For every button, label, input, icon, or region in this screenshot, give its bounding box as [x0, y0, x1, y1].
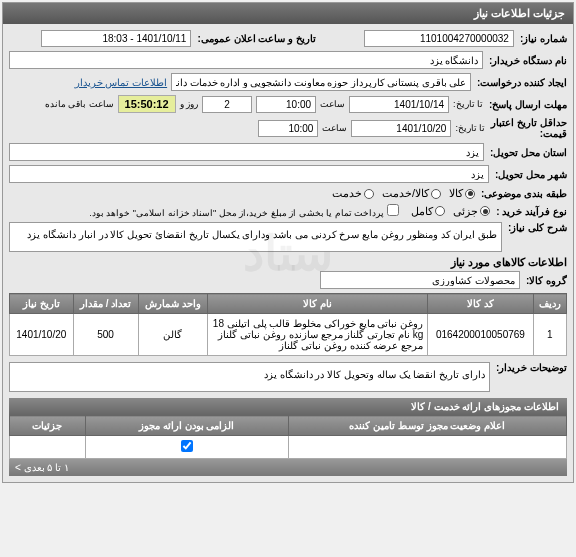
province-input[interactable] — [9, 143, 484, 161]
th-row: ردیف — [533, 294, 566, 314]
row-buyer-notes: توضیحات خریدار: دارای تاریخ انقضا یک سال… — [9, 362, 567, 392]
row-need-number: شماره نیاز: 1101004270000032 تاریخ و ساع… — [9, 30, 567, 47]
radio-dot-icon — [431, 189, 441, 199]
need-details-panel: جزئیات اطلاعات نیاز ستاد شماره نیاز: 110… — [2, 2, 574, 483]
items-header: اطلاعات کالاهای مورد نیاز — [9, 256, 567, 269]
countdown-timer: 15:50:12 — [118, 95, 176, 113]
goods-group-label: گروه کالا: — [526, 275, 567, 286]
public-date-value: 1401/10/11 - 18:03 — [41, 30, 191, 47]
radio-service-goods[interactable]: کالا/خدمت — [382, 187, 441, 200]
th-permit-required: الزامی بودن ارائه مجوز — [85, 416, 288, 436]
th-code: کد کالا — [428, 294, 533, 314]
buyer-input[interactable] — [9, 51, 483, 69]
deadline-date: 1401/10/14 — [349, 96, 449, 113]
need-number-value: 1101004270000032 — [364, 30, 514, 47]
cell-code: 0164200010050769 — [428, 314, 533, 356]
purchase-type-label: نوع فرآیند خرید : — [496, 206, 567, 217]
overview-label: شرح کلی نیاز: — [508, 222, 567, 233]
overview-text: طبق ایران کد ومنظور روغن مایع سرخ کردنی … — [9, 222, 502, 252]
row-goods-group: گروه کالا: — [9, 271, 567, 289]
public-date-label: تاریخ و ساعت اعلان عمومی: — [197, 33, 315, 44]
footer-left-pager[interactable]: ۱ تا ۵ بعدی > — [15, 462, 69, 473]
purchase-radio-group: جزئی کامل — [411, 205, 490, 218]
row-purchase-type: نوع فرآیند خرید : جزئی کامل پرداخت تمام … — [9, 204, 567, 218]
deadline-days: 2 — [202, 96, 252, 113]
row-province: استان محل تحویل: — [9, 143, 567, 161]
validity-time-label: ساعت — [322, 123, 347, 133]
permit-status-cell — [288, 436, 567, 459]
cell-row: 1 — [533, 314, 566, 356]
validity-label: حداقل تاریخ اعتبار قیمت: — [491, 117, 567, 139]
cell-unit: گالن — [138, 314, 208, 356]
requester-label: ایجاد کننده درخواست: — [477, 77, 567, 88]
validity-prefix: تا تاریخ: — [455, 123, 485, 133]
deadline-label: مهلت ارسال پاسخ: — [489, 99, 567, 110]
radio-partial[interactable]: جزئی — [453, 205, 490, 218]
deadline-time-label: ساعت — [320, 99, 345, 109]
goods-group-input[interactable] — [320, 271, 520, 289]
class-label: طبقه بندی موضوعی: — [481, 188, 567, 199]
cell-date: 1401/10/20 — [10, 314, 74, 356]
items-table: ردیف کد کالا نام کالا واحد شمارش تعداد /… — [9, 293, 567, 356]
row-deadline: مهلت ارسال پاسخ: تا تاریخ: 1401/10/14 سا… — [9, 95, 567, 113]
radio-dot-icon — [364, 189, 374, 199]
contact-link[interactable]: اطلاعات تماس خریدار — [75, 77, 168, 88]
need-number-label: شماره نیاز: — [520, 33, 567, 44]
table-footer: ۱ تا ۵ بعدی > — [9, 459, 567, 476]
cell-name: روغن نباتی مایع خوراکی مخلوط قالب پلی ات… — [208, 314, 428, 356]
buyer-label: نام دستگاه خریدار: — [489, 55, 567, 66]
requester-input[interactable] — [171, 73, 471, 91]
permits-header: اطلاعات مجوزهای ارائه خدمت / کالا — [9, 398, 567, 415]
th-permit-status: اعلام وضعیت مجوز توسط تامین کننده — [288, 416, 567, 436]
permit-details-cell — [10, 436, 86, 459]
panel-title: جزئیات اطلاعات نیاز — [3, 3, 573, 24]
th-qty: تعداد / مقدار — [73, 294, 138, 314]
city-input[interactable] — [9, 165, 489, 183]
row-buyer: نام دستگاه خریدار: — [9, 51, 567, 69]
radio-goods[interactable]: کالا — [449, 187, 475, 200]
row-city: شهر محل تحویل: — [9, 165, 567, 183]
th-unit: واحد شمارش — [138, 294, 208, 314]
permit-row[interactable] — [10, 436, 567, 459]
class-radio-group: کالا کالا/خدمت خدمت — [332, 187, 475, 200]
th-date: تاریخ نیاز — [10, 294, 74, 314]
validity-time: 10:00 — [258, 120, 318, 137]
th-name: نام کالا — [208, 294, 428, 314]
row-requester: ایجاد کننده درخواست: اطلاعات تماس خریدار — [9, 73, 567, 91]
permit-required-cell — [85, 436, 288, 459]
row-overview: شرح کلی نیاز: طبق ایران کد ومنظور روغن م… — [9, 222, 567, 252]
payment-checkbox[interactable] — [387, 204, 399, 216]
province-label: استان محل تحویل: — [490, 147, 567, 158]
purchase-note: پرداخت تمام یا بخشی از مبلغ خرید،از محل … — [89, 204, 399, 218]
cell-qty: 500 — [73, 314, 138, 356]
permits-table: اعلام وضعیت مجوز توسط تامین کننده الزامی… — [9, 415, 567, 459]
countdown-label: ساعت باقی مانده — [45, 99, 114, 109]
validity-date: 1401/10/20 — [351, 120, 451, 137]
radio-dot-icon — [435, 206, 445, 216]
panel-body: ستاد شماره نیاز: 1101004270000032 تاریخ … — [3, 24, 573, 482]
buyer-notes-text: دارای تاریخ انقضا یک ساله وتحویل کالا در… — [9, 362, 490, 392]
radio-dot-icon — [480, 206, 490, 216]
deadline-days-label: روز و — [180, 99, 199, 109]
row-classification: طبقه بندی موضوعی: کالا کالا/خدمت خدمت — [9, 187, 567, 200]
table-header-row: ردیف کد کالا نام کالا واحد شمارش تعداد /… — [10, 294, 567, 314]
radio-service[interactable]: خدمت — [332, 187, 374, 200]
deadline-prefix: تا تاریخ: — [453, 99, 483, 109]
radio-full[interactable]: کامل — [411, 205, 445, 218]
buyer-notes-label: توضیحات خریدار: — [496, 362, 567, 373]
permit-required-checkbox[interactable] — [181, 440, 193, 452]
radio-dot-icon — [465, 189, 475, 199]
deadline-time: 10:00 — [256, 96, 316, 113]
table-row[interactable]: 1 0164200010050769 روغن نباتی مایع خوراک… — [10, 314, 567, 356]
row-validity: حداقل تاریخ اعتبار قیمت: تا تاریخ: 1401/… — [9, 117, 567, 139]
permits-header-row: اعلام وضعیت مجوز توسط تامین کننده الزامی… — [10, 416, 567, 436]
city-label: شهر محل تحویل: — [495, 169, 567, 180]
th-permit-details: جزئیات — [10, 416, 86, 436]
